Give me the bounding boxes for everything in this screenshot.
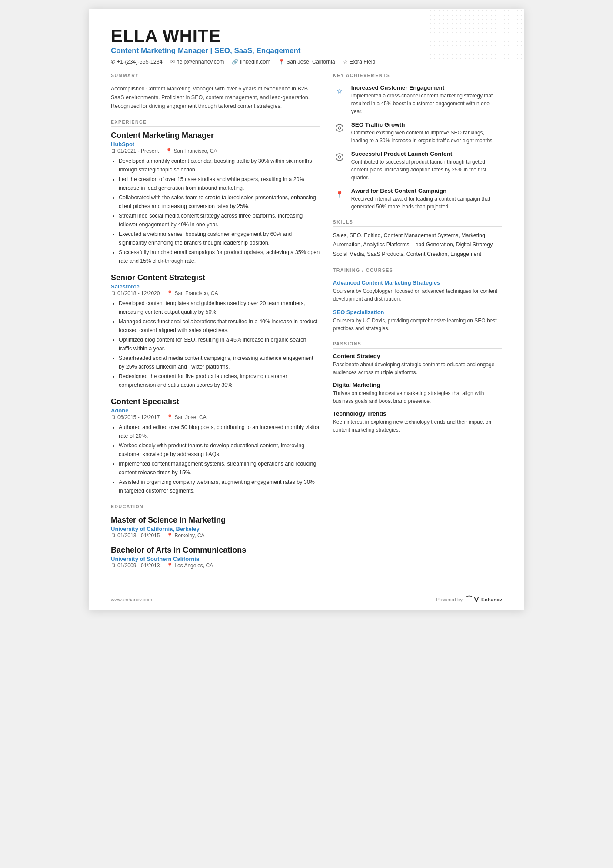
right-column: KEY ACHIEVEMENTS ☆ Increased Customer En… (333, 73, 502, 576)
exp-meta-2: 🗓 01/2018 - 12/2020 📍 San Francisco, CA (111, 290, 320, 296)
exp-location-3: 📍 San Jose, CA (167, 414, 206, 420)
exp-bullets-1: Developed a monthly content calendar, bo… (111, 157, 320, 265)
achievement-content-3: Successful Product Launch Content Contri… (351, 151, 502, 181)
phone-icon: ✆ (111, 59, 115, 65)
calendar-icon-1: 🗓 (111, 148, 116, 154)
footer-website: www.enhancv.com (111, 597, 152, 602)
svg-point-0 (336, 124, 343, 131)
summary-text: Accomplished Content Marketing Manager w… (111, 84, 320, 111)
exp-meta-1: 🗓 01/2021 - Present 📍 San Francisco, CA (111, 148, 320, 154)
education-item-2: Bachelor of Arts in Communications Unive… (111, 546, 320, 569)
achievement-heading-3: Successful Product Launch Content (351, 151, 502, 157)
edu-meta-1: 🗓 01/2013 - 01/2015 📍 Berkeley, CA (111, 533, 320, 539)
bullet-2-1: Developed content templates and guidelin… (119, 299, 320, 316)
passion-item-1: Content Strategy Passionate about develo… (333, 353, 502, 376)
achievement-icon-4: 📍 (333, 188, 346, 201)
edu-dates-1: 🗓 01/2013 - 01/2015 (111, 533, 160, 539)
achievement-text-1: Implemented a cross-channel content mark… (351, 92, 502, 115)
two-column-layout: SUMMARY Accomplished Content Marketing M… (111, 73, 502, 576)
exp-location-2: 📍 San Francisco, CA (167, 290, 218, 296)
bullet-2-4: Spearheaded social media content campaig… (119, 354, 320, 371)
skills-section-title: SKILLS (333, 219, 502, 227)
contact-extra: ☆ Extra Field (343, 59, 376, 65)
achievement-icon-3 (333, 151, 346, 164)
svg-point-1 (336, 154, 343, 161)
pin-icon-1: 📍 (166, 148, 172, 154)
training-title-2: SEO Specialization (333, 309, 502, 315)
summary-section-title: SUMMARY (111, 73, 320, 80)
exp-bullets-2: Developed content templates and guidelin… (111, 299, 320, 389)
pin-icon-3: 📍 (167, 414, 173, 420)
bullet-3-3: Implemented content management systems, … (119, 459, 320, 477)
experience-item-1: Content Marketing Manager HubSpot 🗓 01/2… (111, 131, 320, 265)
footer-brand: Powered by ⌒∨ Enhancv (436, 594, 502, 605)
exp-dates-3: 🗓 06/2015 - 12/2017 (111, 414, 160, 420)
bullet-2-5: Redesigned the content for five product … (119, 372, 320, 389)
powered-by-text: Powered by (436, 597, 463, 602)
exp-dates-2: 🗓 01/2018 - 12/2020 (111, 290, 160, 296)
achievement-text-2: Optimized existing web content to improv… (351, 129, 502, 144)
degree-1: Master of Science in Marketing (111, 516, 320, 525)
institution-1: University of California, Berkeley (111, 526, 320, 532)
exp-bullets-3: Authored and edited over 50 blog posts, … (111, 423, 320, 495)
bullet-1-6: Successfully launched email campaigns fo… (119, 248, 320, 265)
bullet-1-1: Developed a monthly content calendar, bo… (119, 157, 320, 174)
extra-text: Extra Field (350, 59, 376, 65)
header-section: ELLA WHITE Content Marketing Manager | S… (111, 26, 502, 65)
experience-item-2: Senior Content Strategist Salesforce 🗓 0… (111, 273, 320, 389)
passions-section-title: PASSIONS (333, 341, 502, 349)
achievement-heading-4: Award for Best Content Campaign (351, 188, 502, 194)
pin-icon-2: 📍 (167, 290, 173, 296)
training-item-2: SEO Specialization Coursera by UC Davis,… (333, 309, 502, 332)
edu-location-1: 📍 Berkeley, CA (167, 533, 204, 539)
calendar-icon-3: 🗓 (111, 414, 116, 420)
cal-icon-edu-2: 🗓 (111, 563, 116, 569)
training-title-1: Advanced Content Marketing Strategies (333, 279, 502, 286)
training-text-2: Coursera by UC Davis, providing comprehe… (333, 317, 502, 332)
logo-symbol: ⌒∨ (465, 594, 480, 605)
cal-icon-edu-1: 🗓 (111, 533, 116, 539)
email-icon: ✉ (170, 59, 175, 65)
achievement-text-4: Received internal award for leading a co… (351, 195, 502, 211)
contact-location: 📍 San Jose, California (278, 59, 335, 65)
bullet-2-3: Optimized blog content for SEO, resultin… (119, 335, 320, 353)
passion-title-1: Content Strategy (333, 353, 502, 359)
calendar-icon-2: 🗓 (111, 290, 116, 296)
bullet-3-1: Authored and edited over 50 blog posts, … (119, 423, 320, 440)
linkedin-text: linkedin.com (240, 59, 270, 65)
left-column: SUMMARY Accomplished Content Marketing M… (111, 73, 320, 576)
experience-section-title: EXPERIENCE (111, 119, 320, 127)
star-icon: ☆ (343, 59, 348, 65)
exp-dates-1: 🗓 01/2021 - Present (111, 148, 159, 154)
company-2: Salesforce (111, 283, 320, 290)
achievement-text-3: Contributed to successful product launch… (351, 158, 502, 181)
bullet-3-4: Assisted in organizing company webinars,… (119, 478, 320, 495)
edu-location-2: 📍 Los Angeles, CA (167, 563, 213, 569)
achievements-section-title: KEY ACHIEVEMENTS (333, 73, 502, 80)
bullet-1-3: Collaborated with the sales team to crea… (119, 193, 320, 211)
achievement-2: SEO Traffic Growth Optimized existing we… (333, 121, 502, 144)
bullet-1-4: Streamlined social media content strateg… (119, 211, 320, 229)
passion-item-3: Technology Trends Keen interest in explo… (333, 410, 502, 434)
achievement-icon-2 (333, 121, 346, 134)
achievement-icon-1: ☆ (333, 84, 346, 97)
passion-title-2: Digital Marketing (333, 382, 502, 388)
achievement-1: ☆ Increased Customer Engagement Implemen… (333, 84, 502, 115)
email-text: help@enhancv.com (177, 59, 224, 65)
footer-bar: www.enhancv.com Powered by ⌒∨ Enhancv (89, 589, 524, 610)
education-item-1: Master of Science in Marketing Universit… (111, 516, 320, 539)
skills-text: Sales, SEO, Editing, Content Management … (333, 231, 502, 259)
passion-item-2: Digital Marketing Thrives on creating in… (333, 382, 502, 405)
location-text: San Jose, California (287, 59, 335, 65)
passion-text-2: Thrives on creating innovative marketing… (333, 389, 502, 405)
achievement-content-4: Award for Best Content Campaign Received… (351, 188, 502, 211)
phone-text: +1-(234)-555-1234 (117, 59, 163, 65)
candidate-name: ELLA WHITE (111, 26, 502, 46)
link-icon: 🔗 (232, 59, 238, 65)
job-title-1: Content Marketing Manager (111, 131, 320, 140)
achievement-content-1: Increased Customer Engagement Implemente… (351, 84, 502, 115)
bullet-1-5: Executed a webinar series, boosting cust… (119, 230, 320, 247)
bullet-2-2: Managed cross-functional collaborations … (119, 317, 320, 335)
pin-edu-2: 📍 (167, 563, 173, 569)
achievement-heading-1: Increased Customer Engagement (351, 84, 502, 91)
